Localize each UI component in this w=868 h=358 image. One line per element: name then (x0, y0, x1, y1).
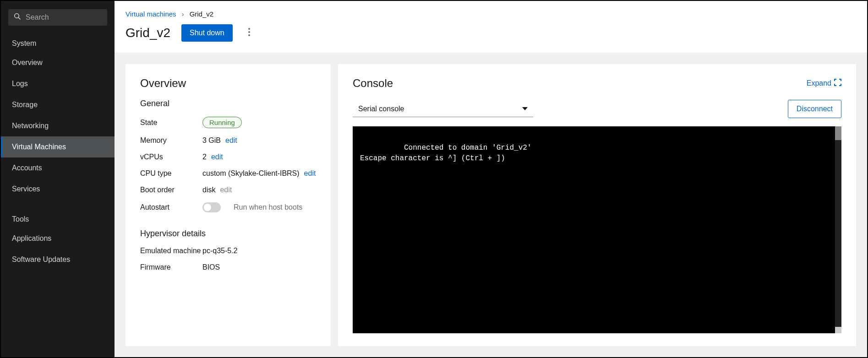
firmware-value: BIOS (202, 263, 220, 271)
terminal-scrollbar[interactable] (835, 126, 841, 333)
state-badge: Running (202, 117, 242, 128)
boot-edit-link[interactable]: edit (220, 186, 232, 194)
row-bootorder: Boot order disk edit (140, 186, 316, 194)
main: Virtual machines › Grid_v2 Grid_v2 Shut … (115, 1, 867, 357)
sidebar-item-software-updates[interactable]: Software Updates (1, 249, 115, 270)
autostart-label: Autostart (140, 203, 202, 212)
console-card: Console Expand Serial console Disconnect (338, 64, 856, 346)
expand-label: Expand (807, 79, 831, 87)
overview-title: Overview (140, 77, 316, 90)
sidebar-item-storage[interactable]: Storage (1, 94, 115, 115)
sidebar-item-applications[interactable]: Applications (1, 228, 115, 249)
overview-card: Overview General State Running Memory 3 … (126, 64, 331, 346)
console-title: Console (353, 77, 393, 90)
row-cputype: CPU type custom (Skylake-Client-IBRS) ed… (140, 169, 316, 178)
breadcrumb-parent[interactable]: Virtual machines (126, 10, 176, 18)
caret-down-icon (522, 107, 528, 110)
cputype-edit-link[interactable]: edit (304, 169, 316, 178)
row-firmware: Firmware BIOS (140, 263, 316, 271)
disconnect-button[interactable]: Disconnect (788, 100, 841, 118)
breadcrumb-current: Grid_v2 (190, 10, 214, 18)
svg-point-2 (248, 34, 250, 36)
search-box[interactable] (8, 9, 107, 26)
firmware-label: Firmware (140, 263, 202, 271)
search-icon (14, 13, 21, 22)
svg-point-1 (248, 31, 250, 33)
emulated-label: Emulated machine (140, 247, 202, 255)
boot-value: disk (202, 186, 215, 194)
vcpus-edit-link[interactable]: edit (211, 153, 223, 161)
shutdown-button[interactable]: Shut down (181, 24, 233, 42)
vcpus-value: 2 (202, 153, 207, 161)
expand-icon (834, 79, 841, 88)
resize-handle-icon[interactable] (835, 327, 841, 333)
cputype-value: custom (Skylake-Client-IBRS) (202, 169, 300, 178)
chevron-right-icon: › (182, 10, 184, 18)
page-title: Grid_v2 (126, 26, 170, 40)
sidebar-item-overview[interactable]: Overview (1, 52, 115, 73)
kebab-icon (248, 28, 250, 38)
cputype-label: CPU type (140, 169, 202, 178)
terminal-output: Connected to domain 'Grid_v2' Escape cha… (360, 144, 531, 162)
sidebar-item-networking[interactable]: Networking (1, 115, 115, 136)
console-type-select[interactable]: Serial console (353, 101, 533, 117)
boot-label: Boot order (140, 186, 202, 194)
vcpus-label: vCPUs (140, 153, 202, 161)
memory-label: Memory (140, 136, 202, 145)
memory-edit-link[interactable]: edit (225, 136, 237, 145)
svg-point-0 (248, 28, 250, 30)
sidebar: System Overview Logs Storage Networking … (1, 1, 115, 357)
memory-value: 3 GiB (202, 136, 221, 145)
breadcrumb: Virtual machines › Grid_v2 (126, 10, 856, 18)
header: Virtual machines › Grid_v2 Grid_v2 Shut … (115, 1, 867, 53)
terminal[interactable]: Connected to domain 'Grid_v2' Escape cha… (353, 126, 841, 333)
nav-section-system: System (1, 33, 115, 52)
hypervisor-title: Hypervisor details (140, 229, 316, 239)
state-label: State (140, 119, 202, 127)
row-memory: Memory 3 GiB edit (140, 136, 316, 145)
search-input[interactable] (26, 13, 102, 22)
kebab-menu-button[interactable] (244, 27, 255, 38)
row-autostart: Autostart Run when host boots (140, 202, 316, 212)
autostart-hint: Run when host boots (234, 203, 302, 212)
expand-button[interactable]: Expand (807, 79, 841, 88)
general-title: General (140, 99, 316, 108)
content: Overview General State Running Memory 3 … (115, 53, 867, 357)
console-select-value: Serial console (358, 105, 404, 113)
sidebar-item-accounts[interactable]: Accounts (1, 157, 115, 179)
row-state: State Running (140, 117, 316, 128)
sidebar-item-logs[interactable]: Logs (1, 73, 115, 94)
nav-section-tools: Tools (1, 209, 115, 228)
row-vcpus: vCPUs 2 edit (140, 153, 316, 161)
autostart-toggle[interactable] (202, 202, 221, 212)
emulated-value: pc-q35-5.2 (202, 247, 238, 255)
row-emulated: Emulated machine pc-q35-5.2 (140, 247, 316, 255)
sidebar-item-services[interactable]: Services (1, 179, 115, 200)
sidebar-item-virtual-machines[interactable]: Virtual Machines (1, 136, 115, 157)
